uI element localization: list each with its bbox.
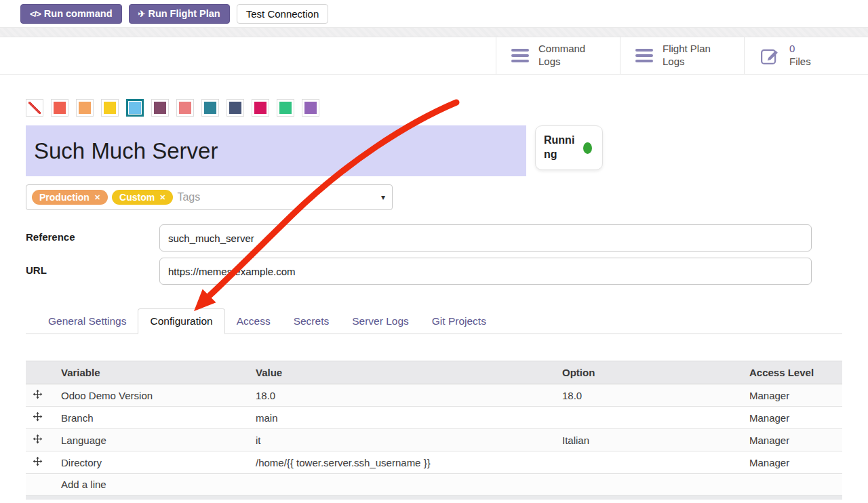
cell-option[interactable] — [555, 451, 743, 474]
url-input[interactable] — [159, 258, 812, 285]
color-swatch-green[interactable] — [277, 99, 294, 117]
status-label: Running — [544, 134, 578, 162]
reference-label: Reference — [26, 224, 159, 252]
menu-icon — [511, 49, 529, 62]
cell-option[interactable] — [555, 407, 743, 429]
action-bar: </> Run command ✈ Run Flight Plan Test C… — [0, 0, 868, 27]
files-label: Files — [789, 56, 848, 68]
tag-custom-label: Custom — [119, 192, 155, 203]
color-swatch-navy[interactable] — [226, 99, 244, 117]
table-row[interactable]: Branch main Manager — [26, 407, 842, 429]
files-count: 0 — [789, 43, 848, 56]
menu-icon — [635, 49, 653, 62]
tab-server-logs[interactable]: Server Logs — [340, 309, 420, 334]
flight-plan-logs-label: Flight Plan Logs — [663, 43, 721, 68]
color-swatch-none[interactable] — [26, 99, 43, 117]
column-header-value[interactable]: Value — [249, 361, 555, 384]
cell-option[interactable]: Italian — [555, 429, 743, 451]
color-swatch-red[interactable] — [51, 99, 68, 117]
status-dot-icon — [583, 142, 592, 154]
test-connection-button[interactable]: Test Connection — [237, 4, 329, 24]
column-header-option[interactable]: Option — [555, 361, 743, 384]
form-sheet: Such Much Server Running Production ✕ Cu… — [0, 99, 868, 496]
files-button[interactable]: 0 Files — [744, 37, 868, 74]
command-logs-label: Command Logs — [538, 43, 597, 68]
reference-input[interactable] — [159, 224, 812, 252]
close-icon[interactable]: ✕ — [159, 193, 165, 202]
server-name-field[interactable]: Such Much Server — [26, 125, 526, 176]
table-header-row: Variable Value Option Access Level — [26, 361, 842, 384]
close-icon[interactable]: ✕ — [94, 193, 100, 202]
color-swatch-yellow[interactable] — [101, 99, 119, 117]
tags-field[interactable]: Production ✕ Custom ✕ Tags ▾ — [26, 184, 393, 210]
move-icon[interactable] — [33, 434, 43, 444]
status-badge: Running — [535, 125, 603, 170]
table-bottom-strip — [26, 496, 842, 500]
cell-variable[interactable]: Branch — [54, 407, 249, 429]
cell-access-level[interactable]: Manager — [743, 451, 842, 474]
cell-variable[interactable]: Odoo Demo Version — [54, 384, 249, 407]
chevron-down-icon[interactable]: ▾ — [381, 193, 385, 202]
color-swatch-purple[interactable] — [302, 99, 319, 117]
server-form-page: </> Run command ✈ Run Flight Plan Test C… — [0, 0, 868, 503]
url-label: URL — [26, 258, 159, 285]
cell-variable[interactable]: Language — [54, 429, 249, 451]
plane-icon: ✈ — [138, 9, 145, 19]
cell-access-level[interactable]: Manager — [743, 384, 842, 407]
table-row[interactable]: Odoo Demo Version 18.0 18.0 Manager — [26, 384, 842, 407]
cell-variable[interactable]: Directory — [54, 451, 249, 474]
code-icon: </> — [30, 9, 41, 19]
tag-production-label: Production — [39, 192, 90, 203]
notebook-tabs: General Settings Configuration Access Se… — [26, 308, 842, 334]
column-header-variable[interactable]: Variable — [54, 361, 249, 384]
table-row[interactable]: Directory /home/{{ tower.server.ssh_user… — [26, 451, 842, 474]
tab-general-settings[interactable]: General Settings — [37, 309, 138, 334]
tab-secrets[interactable]: Secrets — [282, 309, 341, 334]
move-icon[interactable] — [33, 411, 43, 422]
test-connection-label: Test Connection — [246, 8, 319, 20]
flight-plan-logs-button[interactable]: Flight Plan Logs — [620, 37, 744, 74]
cell-value[interactable]: /home/{{ tower.server.ssh_username }} — [249, 451, 555, 474]
page-background-strip — [0, 27, 868, 37]
cell-value[interactable]: it — [249, 429, 555, 451]
stat-button-row: Command Logs Flight Plan Logs 0 Files — [0, 37, 868, 75]
color-swatch-teal[interactable] — [201, 99, 219, 117]
tab-configuration[interactable]: Configuration — [138, 308, 224, 334]
run-flight-plan-button[interactable]: ✈ Run Flight Plan — [129, 4, 230, 24]
cell-value[interactable]: main — [249, 407, 555, 429]
tab-access[interactable]: Access — [225, 309, 282, 334]
tag-production[interactable]: Production ✕ — [32, 190, 108, 205]
move-icon[interactable] — [33, 389, 43, 399]
tags-placeholder: Tags — [177, 191, 200, 203]
color-swatch-magenta[interactable] — [252, 99, 269, 117]
tag-custom[interactable]: Custom ✕ — [112, 190, 173, 205]
run-flight-plan-label: Run Flight Plan — [148, 8, 220, 19]
move-icon[interactable] — [33, 456, 43, 466]
cell-option[interactable]: 18.0 — [555, 384, 743, 407]
column-header-access-level[interactable]: Access Level — [743, 361, 842, 384]
run-command-button[interactable]: </> Run command — [20, 4, 122, 24]
add-a-line-link[interactable]: Add a line — [54, 474, 842, 496]
configuration-table: Variable Value Option Access Level Odoo … — [26, 361, 842, 496]
table-row[interactable]: Language it Italian Manager — [26, 429, 842, 451]
color-palette — [26, 99, 842, 117]
color-swatch-orange[interactable] — [76, 99, 94, 117]
color-swatch-plum[interactable] — [151, 99, 169, 117]
cell-access-level[interactable]: Manager — [743, 407, 842, 429]
handle-column-header — [26, 361, 54, 384]
edit-icon — [760, 45, 780, 66]
cell-access-level[interactable]: Manager — [743, 429, 842, 451]
tab-git-projects[interactable]: Git Projects — [420, 309, 498, 334]
run-command-label: Run command — [44, 8, 113, 19]
color-swatch-salmon[interactable] — [176, 99, 194, 117]
color-swatch-cyan-selected[interactable] — [126, 99, 144, 117]
cell-value[interactable]: 18.0 — [249, 384, 555, 407]
command-logs-button[interactable]: Command Logs — [496, 37, 620, 74]
